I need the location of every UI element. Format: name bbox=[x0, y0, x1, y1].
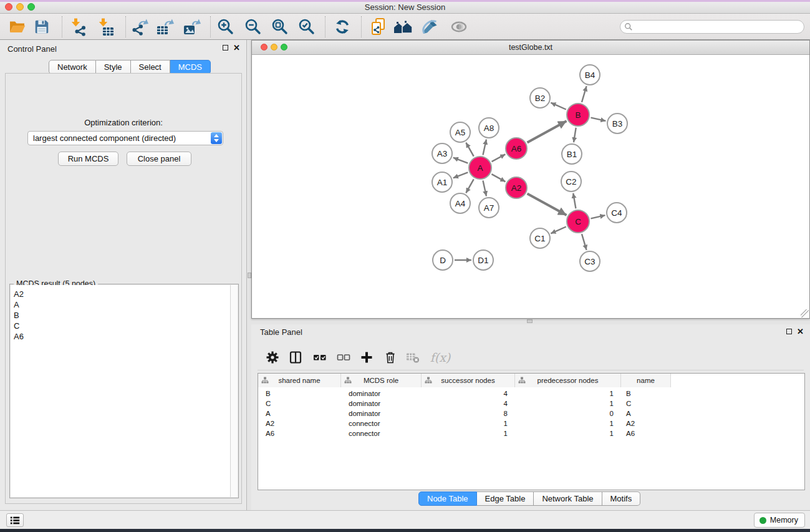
table-cell: A bbox=[621, 409, 671, 418]
table-cell: A6 bbox=[258, 428, 341, 438]
mcds-result-item[interactable]: A6 bbox=[11, 331, 230, 342]
tab-edge-table[interactable]: Edge Table bbox=[477, 491, 534, 506]
export-image-icon[interactable] bbox=[181, 17, 203, 37]
show-preview-eye-icon[interactable] bbox=[448, 17, 470, 37]
tab-select[interactable]: Select bbox=[131, 60, 170, 74]
mcds-result-item[interactable]: A bbox=[11, 299, 230, 310]
graph-edge-A-A8[interactable] bbox=[483, 140, 486, 155]
zoom-selected-icon[interactable] bbox=[296, 17, 317, 37]
search-input[interactable] bbox=[633, 22, 804, 32]
close-panel-icon[interactable]: ✕ bbox=[233, 44, 240, 51]
graph-edge-B-B4[interactable] bbox=[582, 86, 587, 102]
memory-status-icon bbox=[759, 517, 766, 524]
window-resize-grip[interactable] bbox=[801, 309, 809, 317]
unselect-all-rows-icon[interactable] bbox=[335, 349, 352, 365]
toolbar-separator bbox=[62, 16, 62, 37]
import-table-icon[interactable] bbox=[95, 17, 116, 37]
graph-node-label: B4 bbox=[585, 70, 595, 80]
open-session-icon[interactable] bbox=[7, 17, 28, 37]
graph-edge-B-B2[interactable] bbox=[551, 103, 566, 110]
column-header-predecessor-nodes[interactable]: predecessor nodes bbox=[515, 374, 621, 387]
graph-node-label: B bbox=[575, 110, 581, 120]
export-table-icon[interactable] bbox=[155, 17, 176, 37]
close-table-panel-icon[interactable]: ✕ bbox=[797, 328, 804, 335]
table-row[interactable]: A2connector11A2 bbox=[258, 418, 671, 428]
add-column-icon[interactable] bbox=[358, 349, 375, 365]
graph-edge-A2-C[interactable] bbox=[528, 194, 567, 215]
table-cell: 1 bbox=[515, 428, 621, 438]
graph-edge-A-A1[interactable] bbox=[453, 172, 468, 178]
zoom-out-icon[interactable] bbox=[243, 17, 264, 37]
table-row[interactable]: Cdominator41C bbox=[258, 399, 671, 409]
horizontal-splitter-grip[interactable] bbox=[527, 319, 533, 323]
run-mcds-button[interactable]: Run MCDS bbox=[58, 152, 118, 166]
fx-label: f(x) bbox=[430, 351, 451, 364]
tab-network-table[interactable]: Network Table bbox=[534, 491, 602, 506]
close-panel-button[interactable]: Close panel bbox=[127, 152, 191, 166]
mcds-result-item[interactable]: A2 bbox=[11, 289, 230, 299]
memory-button[interactable]: Memory bbox=[754, 513, 805, 528]
zoom-fit-icon[interactable] bbox=[269, 17, 291, 37]
tab-network[interactable]: Network bbox=[49, 60, 96, 74]
select-all-rows-icon[interactable] bbox=[311, 349, 329, 365]
network-canvas[interactable]: B4B2BB3A5A8A6A3AB1A1A2C2A4A7C4CC1DD1C3 bbox=[252, 55, 809, 318]
mcds-result-list: A2ABCA6 bbox=[11, 285, 230, 497]
table-settings-gear-icon[interactable] bbox=[264, 349, 281, 365]
float-table-panel-icon[interactable] bbox=[786, 329, 792, 334]
graph-node-label: A6 bbox=[511, 144, 522, 153]
clone-network-icon[interactable] bbox=[368, 17, 389, 37]
table-row[interactable]: Bdominator41B bbox=[258, 389, 671, 399]
graph-edge-A-A5[interactable] bbox=[466, 143, 473, 157]
hide-graphics-details-icon[interactable] bbox=[420, 17, 441, 37]
cyndex-browser-icon[interactable] bbox=[393, 17, 414, 37]
graph-node-label: A bbox=[477, 163, 483, 173]
graph-edge-C-C1[interactable] bbox=[551, 226, 566, 233]
tab-style[interactable]: Style bbox=[96, 60, 131, 74]
tab-node-table[interactable]: Node Table bbox=[418, 491, 477, 506]
tab-mcds[interactable]: MCDS bbox=[170, 60, 211, 74]
mcds-result-item[interactable]: C bbox=[11, 321, 230, 331]
show-panels-list-button[interactable] bbox=[6, 513, 24, 527]
graph-edge-A-A2[interactable] bbox=[491, 174, 505, 181]
graph-edge-A-A7[interactable] bbox=[483, 181, 486, 196]
graph-edge-A-A6[interactable] bbox=[492, 154, 506, 162]
graph-edge-C-C4[interactable] bbox=[591, 215, 605, 218]
column-header-MCDS-role[interactable]: MCDS role bbox=[341, 374, 422, 387]
refresh-layout-icon[interactable] bbox=[332, 17, 353, 37]
graph-edge-C-C3[interactable] bbox=[582, 234, 587, 250]
table-cell: A2 bbox=[258, 418, 341, 428]
function-builder-icon[interactable]: f(x) bbox=[428, 349, 453, 365]
import-network-icon[interactable] bbox=[67, 17, 89, 37]
graph-edge-A-A3[interactable] bbox=[453, 158, 468, 163]
table-cell: 1 bbox=[515, 399, 621, 409]
graph-edge-A6-B[interactable] bbox=[528, 121, 567, 142]
table-cell: 1 bbox=[515, 418, 621, 428]
column-visibility-icon[interactable] bbox=[287, 349, 304, 365]
delete-column-trash-icon[interactable] bbox=[382, 349, 399, 365]
tab-motifs[interactable]: Motifs bbox=[602, 491, 641, 506]
delete-table-icon[interactable] bbox=[404, 349, 422, 365]
table-row[interactable]: Adominator80A bbox=[258, 409, 671, 418]
graph-edge-A-A4[interactable] bbox=[466, 179, 473, 193]
mcds-result-item[interactable]: B bbox=[11, 310, 230, 321]
graph-node-label: B2 bbox=[535, 94, 546, 103]
control-panel: Control Panel ✕ NetworkStyleSelectMCDS O… bbox=[0, 40, 247, 510]
optimization-select[interactable]: largest connected component (directed) bbox=[27, 131, 223, 145]
graph-edge-B-B3[interactable] bbox=[591, 118, 605, 121]
session-title: Session: New Session bbox=[0, 2, 810, 12]
result-scrollbar[interactable] bbox=[230, 285, 238, 497]
table-cell: 1 bbox=[422, 418, 515, 428]
float-panel-icon[interactable] bbox=[223, 45, 228, 51]
graph-node-label: B1 bbox=[567, 150, 577, 159]
graph-edge-B-B1[interactable] bbox=[574, 128, 576, 142]
column-header-name[interactable]: name bbox=[621, 374, 671, 387]
column-type-icon bbox=[261, 377, 269, 384]
table-row[interactable]: A6connector11A6 bbox=[258, 428, 671, 438]
column-header-shared-name[interactable]: shared name bbox=[258, 374, 341, 387]
save-session-icon[interactable] bbox=[31, 17, 52, 37]
zoom-in-icon[interactable] bbox=[215, 17, 236, 37]
graph-edge-C-C2[interactable] bbox=[573, 193, 576, 209]
graph-node-label: A1 bbox=[437, 178, 448, 187]
export-network-icon[interactable] bbox=[129, 17, 150, 37]
column-header-successor-nodes[interactable]: successor nodes bbox=[422, 374, 515, 387]
